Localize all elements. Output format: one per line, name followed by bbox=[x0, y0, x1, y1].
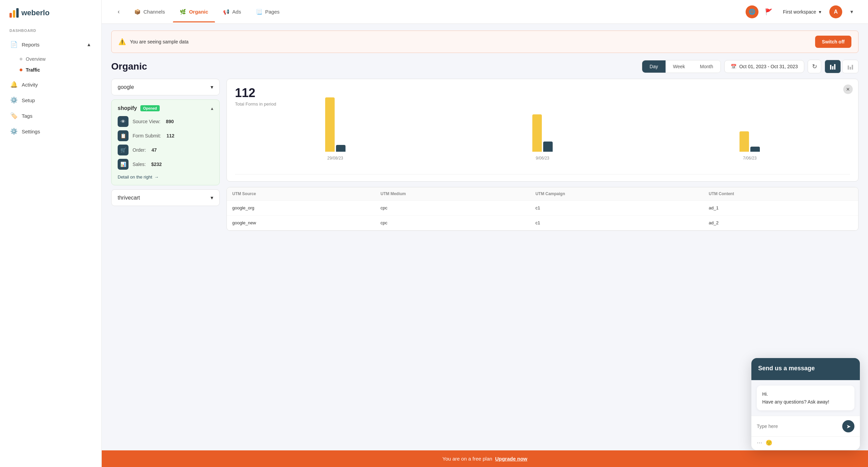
active-dot-icon bbox=[20, 69, 22, 71]
sidebar-item-activity-label: Activity bbox=[22, 82, 38, 88]
chart-view-buttons bbox=[825, 60, 859, 73]
table-body: google_orgcpcc1ad_1google_newcpcc1ad_2 bbox=[227, 201, 858, 230]
refresh-button[interactable]: ↻ bbox=[808, 60, 821, 73]
bar-group: 9/06/23 bbox=[442, 114, 643, 161]
switch-off-button[interactable]: Switch off bbox=[815, 36, 851, 48]
tab-ads[interactable]: 📢 Ads bbox=[216, 6, 248, 18]
page-title: Organic bbox=[111, 61, 147, 72]
dark-bar bbox=[750, 147, 760, 152]
shopify-metrics: 👁 Source View: 890 📋 Form Submit: 112 🛒 … bbox=[118, 116, 213, 170]
thrivecart-name: thrivecart bbox=[118, 195, 140, 201]
period-month-button[interactable]: Month bbox=[692, 60, 721, 73]
top-navigation: ‹ 📦 Channels 🌿 Organic 📢 Ads 📃 Pages 🌐 🚩 bbox=[102, 0, 868, 24]
period-day-button[interactable]: Day bbox=[642, 60, 666, 73]
calendar-icon: 📅 bbox=[731, 64, 736, 69]
logo-bar-1 bbox=[9, 13, 12, 18]
page-header: Organic Day Week Month 📅 Oct 01, 2023 - … bbox=[102, 53, 868, 79]
main-panels: google ▾ shopify Opened ▴ 👁 bbox=[102, 79, 868, 240]
sidebar-item-overview-label: Overview bbox=[26, 56, 45, 62]
tag-icon: 🏷️ bbox=[10, 112, 18, 119]
tab-channels[interactable]: 📦 Channels bbox=[127, 6, 172, 18]
emoji-icon[interactable]: 🙂 bbox=[766, 440, 772, 446]
bar-group: 29/08/23 bbox=[235, 97, 435, 161]
back-button[interactable]: ‹ bbox=[113, 6, 125, 18]
table-header-row: UTM Source UTM Medium UTM Campaign UTM C… bbox=[227, 187, 858, 201]
line-chart-view-button[interactable] bbox=[842, 60, 859, 73]
gear-icon: ⚙️ bbox=[10, 128, 18, 135]
avatar[interactable]: A bbox=[829, 5, 842, 18]
top-tabs: 📦 Channels 🌿 Organic 📢 Ads 📃 Pages bbox=[127, 6, 286, 18]
source-dropdown[interactable]: google ▾ bbox=[111, 79, 220, 95]
form-submit-value: 112 bbox=[166, 133, 174, 138]
setup-icon: ⚙️ bbox=[10, 96, 18, 104]
right-panel: ✕ 112 Total Forms in period 29/08/23 9/0… bbox=[226, 79, 859, 231]
chat-widget: Send us a message Hi.Have any questions?… bbox=[751, 358, 860, 450]
workspace-selector[interactable]: First workspace ▾ bbox=[779, 7, 825, 17]
dropdown-chevron-icon: ▾ bbox=[211, 84, 213, 90]
table-cell: cpc bbox=[375, 201, 530, 216]
sidebar-item-overview[interactable]: Overview bbox=[15, 54, 96, 64]
svg-rect-1 bbox=[832, 66, 833, 70]
chat-input-area: ➤ bbox=[751, 416, 860, 436]
table-row: google_newcpcc1ad_2 bbox=[227, 216, 858, 230]
logo: weberlo bbox=[0, 0, 101, 26]
expand-button[interactable]: ▾ bbox=[846, 6, 857, 17]
organic-icon: 🌿 bbox=[180, 9, 186, 15]
arrow-right-icon: → bbox=[154, 174, 159, 180]
close-button[interactable]: ✕ bbox=[843, 85, 853, 94]
table-cell: google_org bbox=[227, 201, 375, 216]
sidebar-item-traffic[interactable]: Traffic bbox=[15, 64, 96, 75]
sample-data-banner: ⚠️ You are seeing sample data Switch off bbox=[111, 31, 859, 53]
workspace-name: First workspace bbox=[783, 9, 816, 15]
detail-link[interactable]: Detail on the right → bbox=[118, 174, 213, 180]
form-submit-label: Form Submit: bbox=[133, 133, 161, 138]
sales-value: $232 bbox=[151, 162, 162, 167]
top-nav-right: 🌐 🚩 First workspace ▾ A ▾ bbox=[746, 5, 857, 18]
utm-content-header: UTM Content bbox=[703, 187, 858, 201]
sidebar-item-tags[interactable]: 🏷️ Tags bbox=[5, 108, 96, 124]
period-week-button[interactable]: Week bbox=[666, 60, 693, 73]
sidebar-item-reports[interactable]: 📄 Reports ▲ bbox=[5, 37, 96, 52]
chat-header: Send us a message bbox=[751, 358, 860, 380]
flag-button[interactable]: 🚩 bbox=[763, 6, 775, 18]
utm-medium-header: UTM Medium bbox=[375, 187, 530, 201]
svg-rect-2 bbox=[834, 64, 835, 70]
table-row: google_orgcpcc1ad_1 bbox=[227, 201, 858, 216]
sidebar-item-reports-label: Reports bbox=[22, 42, 40, 48]
chevron-down-icon: ▾ bbox=[819, 9, 821, 15]
sidebar-section-label: DASHBOARD bbox=[0, 26, 101, 34]
thrivecart-chevron-icon: ▾ bbox=[211, 194, 213, 201]
globe-button[interactable]: 🌐 bbox=[746, 5, 758, 18]
sidebar-item-settings[interactable]: ⚙️ Settings bbox=[5, 124, 96, 139]
tab-organic[interactable]: 🌿 Organic bbox=[173, 6, 215, 18]
shopify-collapse-button[interactable]: ▴ bbox=[211, 106, 213, 111]
shopify-card-header: shopify Opened ▴ bbox=[118, 105, 213, 111]
sales-icon: 📊 bbox=[118, 159, 129, 170]
bar-date: 7/06/23 bbox=[743, 156, 756, 161]
svg-rect-3 bbox=[848, 66, 849, 70]
more-options-icon[interactable]: ⋯ bbox=[757, 440, 762, 446]
logo-bar-2 bbox=[13, 10, 15, 18]
table-cell: ad_2 bbox=[703, 216, 858, 230]
shopify-badge: Opened bbox=[140, 105, 160, 111]
sidebar-item-settings-label: Settings bbox=[22, 129, 40, 134]
tab-ads-label: Ads bbox=[232, 9, 241, 15]
date-range-button[interactable]: 📅 Oct 01, 2023 - Oct 31, 2023 bbox=[724, 60, 804, 73]
date-range-text: Oct 01, 2023 - Oct 31, 2023 bbox=[739, 64, 798, 69]
thrivecart-dropdown[interactable]: thrivecart ▾ bbox=[111, 189, 220, 206]
tab-pages[interactable]: 📃 Pages bbox=[249, 6, 287, 18]
shopify-card: shopify Opened ▴ 👁 Source View: 890 📋 bbox=[111, 99, 220, 185]
svg-rect-5 bbox=[852, 65, 853, 70]
sidebar-item-activity[interactable]: 🔔 Activity bbox=[5, 77, 96, 92]
chat-input[interactable] bbox=[757, 424, 842, 429]
form-icon: 📋 bbox=[118, 130, 129, 141]
bar-chart-view-button[interactable] bbox=[825, 60, 841, 73]
source-view-value: 890 bbox=[166, 119, 174, 124]
sidebar-item-setup[interactable]: ⚙️ Setup bbox=[5, 92, 96, 108]
chat-send-button[interactable]: ➤ bbox=[842, 420, 854, 432]
detail-link-text: Detail on the right bbox=[118, 174, 152, 180]
upgrade-link[interactable]: Upgrade now bbox=[495, 456, 527, 462]
ads-icon: 📢 bbox=[223, 9, 230, 15]
line-chart-icon bbox=[847, 63, 853, 70]
left-panel: google ▾ shopify Opened ▴ 👁 bbox=[111, 79, 220, 231]
